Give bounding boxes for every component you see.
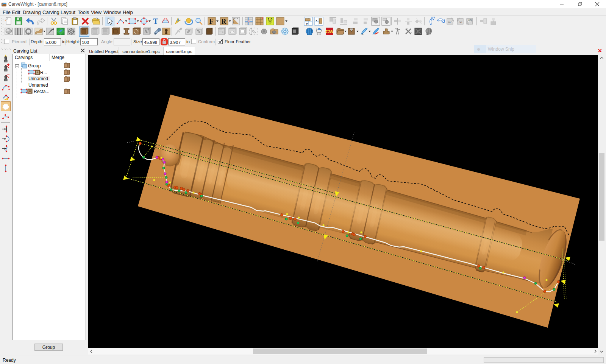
svg-text:F: F [209, 18, 214, 25]
svg-text:R: R [222, 18, 227, 25]
svg-text:180: 180 [469, 19, 472, 21]
svg-text:90: 90 [448, 21, 451, 23]
svg-text:CW: CW [325, 29, 334, 34]
svg-text:T: T [153, 17, 158, 25]
svg-text:x: x [315, 19, 317, 22]
svg-text:90: 90 [459, 21, 462, 23]
svg-text:y: y [306, 22, 308, 25]
